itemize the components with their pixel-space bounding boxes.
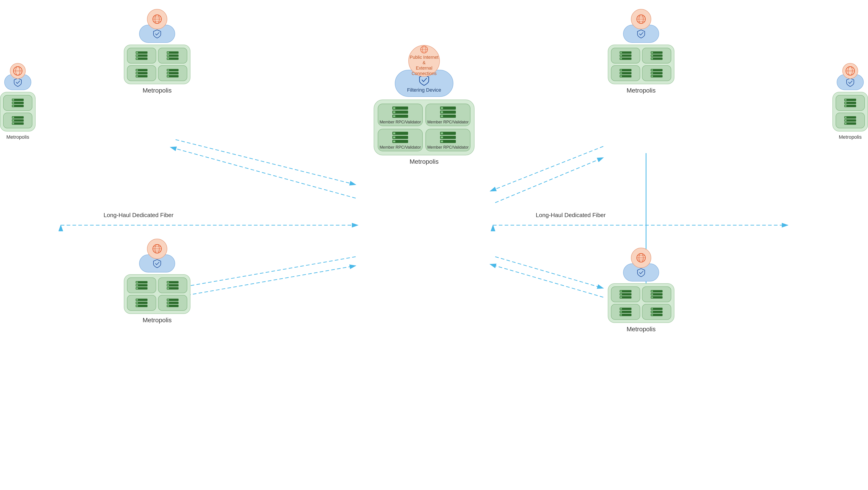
line-main-to-bottom-right [495, 257, 603, 288]
svg-rect-24 [393, 132, 395, 134]
bottom-center-node: Metropolis [124, 239, 190, 324]
br-server-grid [608, 283, 674, 323]
member-rpc-label-3: Member RPC/Validator [379, 145, 421, 150]
right-globe [842, 63, 858, 79]
svg-rect-142 [620, 314, 622, 316]
center-server-1: Member RPC/Validator [378, 103, 423, 126]
bc-server-1 [127, 277, 156, 293]
svg-rect-26 [393, 141, 395, 142]
top-center-globe [147, 9, 167, 29]
svg-rect-78 [651, 58, 653, 59]
left-label: Metropolis [6, 134, 29, 140]
svg-rect-135 [651, 294, 653, 295]
line-bottom-center-to-main [176, 266, 356, 297]
member-rpc-label-4: Member RPC/Validator [427, 145, 469, 150]
svg-rect-113 [136, 305, 138, 307]
bc-server-3 [127, 295, 156, 311]
svg-rect-12 [393, 107, 395, 109]
svg-rect-54 [136, 72, 138, 74]
svg-rect-157 [12, 105, 14, 107]
svg-rect-89 [651, 72, 653, 74]
center-internet-node: Public Internet & External Connections F… [374, 45, 474, 165]
center-globe: Public Internet & External Connections [408, 45, 440, 76]
svg-rect-31 [441, 136, 443, 138]
svg-rect-140 [620, 308, 622, 310]
svg-rect-99 [136, 282, 138, 283]
svg-rect-25 [393, 136, 395, 138]
svg-rect-61 [167, 76, 169, 77]
svg-rect-107 [167, 288, 169, 289]
tr-server-2 [642, 48, 671, 63]
svg-rect-119 [167, 305, 169, 307]
svg-rect-101 [136, 288, 138, 289]
right-server-2 [836, 113, 865, 128]
svg-rect-82 [620, 69, 622, 71]
bottom-right-node: Metropolis [608, 248, 674, 333]
svg-rect-88 [651, 69, 653, 71]
tc-server-1 [127, 48, 156, 63]
svg-rect-176 [845, 117, 847, 118]
svg-rect-77 [651, 55, 653, 56]
svg-rect-47 [167, 52, 169, 53]
center-metropolis-label: Metropolis [409, 158, 438, 165]
svg-rect-59 [167, 69, 169, 71]
svg-rect-83 [620, 72, 622, 74]
svg-rect-117 [167, 299, 169, 301]
svg-rect-134 [651, 291, 653, 292]
center-server-3: Member RPC/Validator [378, 129, 423, 151]
svg-rect-172 [845, 105, 847, 107]
svg-rect-41 [136, 52, 138, 53]
left-server-2 [3, 113, 32, 128]
svg-rect-42 [136, 55, 138, 56]
line-top-right-to-main [495, 146, 603, 189]
svg-rect-30 [441, 132, 443, 134]
left-node: Metropolis [0, 63, 36, 140]
svg-rect-112 [136, 302, 138, 304]
svg-rect-105 [167, 282, 169, 283]
svg-rect-177 [845, 120, 847, 121]
right-server-grid [832, 92, 868, 131]
svg-rect-84 [620, 76, 622, 77]
bottom-right-label: Metropolis [626, 326, 655, 333]
bc-globe [147, 239, 167, 259]
svg-rect-178 [845, 123, 847, 124]
network-diagram: Public Internet & External Connections F… [0, 0, 868, 490]
svg-rect-155 [12, 99, 14, 101]
tr-server-3 [611, 65, 640, 81]
top-right-label: Metropolis [626, 87, 655, 94]
br-server-3 [611, 304, 640, 320]
line-main-to-top-center [176, 149, 356, 198]
left-server-1 [3, 95, 32, 111]
svg-rect-55 [136, 76, 138, 77]
fiber-label-left: Long-Haul Dedicated Fiber [103, 212, 174, 219]
svg-rect-48 [167, 55, 169, 56]
center-server-grid: Member RPC/Validator Member RPC/Validato… [374, 99, 474, 155]
top-right-server-grid [608, 44, 674, 84]
br-server-1 [611, 286, 640, 302]
svg-rect-170 [845, 99, 847, 101]
internet-label: Public Internet & External Connections [409, 55, 439, 76]
bc-server-2 [158, 277, 187, 293]
br-server-2 [642, 286, 671, 302]
left-server-grid [0, 92, 36, 131]
svg-rect-18 [441, 107, 443, 109]
fiber-label-right: Long-Haul Dedicated Fiber [536, 212, 606, 219]
top-center-server-grid [124, 44, 190, 84]
member-rpc-label-2: Member RPC/Validator [427, 120, 469, 125]
bc-server-4 [158, 295, 187, 311]
svg-rect-146 [651, 308, 653, 310]
line-main-to-bottom-center [176, 257, 356, 288]
svg-rect-128 [620, 291, 622, 292]
left-globe [10, 63, 26, 79]
svg-rect-156 [12, 102, 14, 103]
line-main-to-top-right [495, 158, 603, 203]
svg-rect-111 [136, 299, 138, 301]
svg-rect-148 [651, 314, 653, 316]
right-label: Metropolis [839, 134, 862, 140]
svg-rect-171 [845, 102, 847, 103]
svg-rect-60 [167, 72, 169, 74]
svg-rect-118 [167, 302, 169, 304]
svg-rect-161 [12, 117, 14, 118]
br-server-4 [642, 304, 671, 320]
svg-rect-49 [167, 58, 169, 59]
